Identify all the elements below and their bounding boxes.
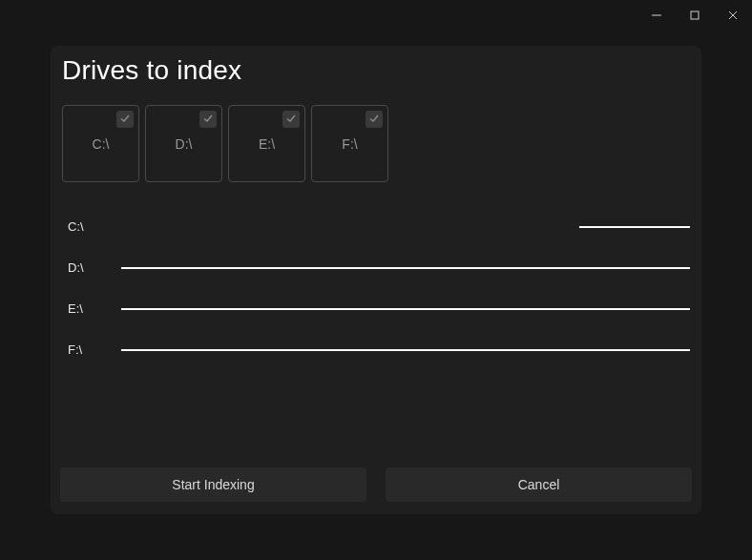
progress-row-e: E:\ bbox=[68, 301, 690, 316]
cancel-button[interactable]: Cancel bbox=[386, 467, 692, 502]
progress-track-e bbox=[121, 308, 690, 310]
check-icon bbox=[285, 111, 297, 128]
progress-label: E:\ bbox=[68, 301, 91, 316]
button-row: Start Indexing Cancel bbox=[60, 467, 692, 502]
drive-f-checkbox[interactable] bbox=[366, 111, 383, 128]
progress-track-c bbox=[579, 226, 690, 228]
drive-tile-c[interactable]: C:\ bbox=[62, 105, 139, 182]
progress-row-f: F:\ bbox=[68, 342, 690, 357]
check-icon bbox=[119, 111, 131, 128]
progress-row-c: C:\ bbox=[68, 219, 690, 234]
close-button[interactable] bbox=[714, 4, 752, 27]
drive-tile-e[interactable]: E:\ bbox=[228, 105, 305, 182]
check-icon bbox=[368, 111, 380, 128]
progress-label: D:\ bbox=[68, 260, 91, 275]
drive-tile-label: C:\ bbox=[93, 136, 110, 152]
drive-tile-d[interactable]: D:\ bbox=[145, 105, 222, 182]
maximize-button[interactable] bbox=[676, 4, 714, 27]
svg-rect-1 bbox=[691, 11, 699, 19]
progress-fill bbox=[121, 267, 690, 269]
maximize-icon bbox=[690, 7, 700, 24]
minimize-button[interactable] bbox=[637, 4, 676, 27]
progress-label: F:\ bbox=[68, 342, 91, 357]
progress-row-d: D:\ bbox=[68, 260, 690, 275]
drive-tile-f[interactable]: F:\ bbox=[311, 105, 388, 182]
drive-tile-label: D:\ bbox=[176, 136, 193, 152]
drive-tile-label: E:\ bbox=[259, 136, 275, 152]
minimize-icon bbox=[652, 7, 661, 24]
progress-fill bbox=[121, 308, 690, 310]
window-titlebar bbox=[0, 0, 752, 29]
progress-track-f bbox=[121, 349, 690, 351]
progress-fill bbox=[121, 349, 690, 351]
progress-fill bbox=[579, 226, 690, 228]
drive-tile-label: F:\ bbox=[342, 136, 357, 152]
progress-list: C:\ D:\ E:\ F:\ bbox=[62, 219, 690, 357]
close-icon bbox=[728, 7, 738, 24]
drive-e-checkbox[interactable] bbox=[282, 111, 300, 128]
progress-track-d bbox=[121, 267, 690, 269]
drive-tiles-row: C:\ D:\ E:\ F:\ bbox=[62, 105, 690, 182]
check-icon bbox=[202, 111, 214, 128]
drives-panel: Drives to index C:\ D:\ E:\ F:\ bbox=[51, 46, 701, 514]
panel-title: Drives to index bbox=[62, 55, 690, 86]
drive-d-checkbox[interactable] bbox=[199, 111, 217, 128]
drive-c-checkbox[interactable] bbox=[116, 111, 134, 128]
start-indexing-button[interactable]: Start Indexing bbox=[60, 467, 366, 502]
progress-label: C:\ bbox=[68, 219, 91, 234]
